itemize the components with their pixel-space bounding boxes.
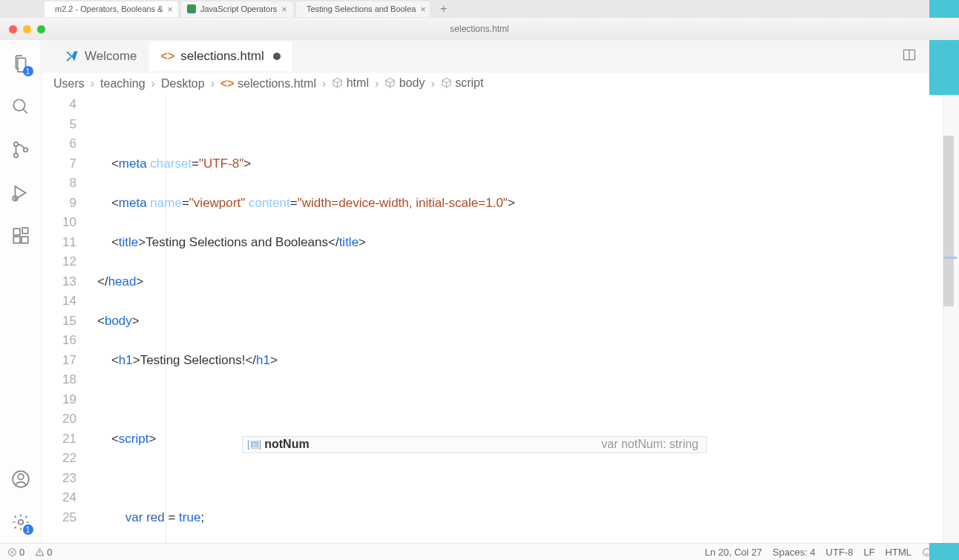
extensions-icon[interactable] bbox=[10, 225, 31, 246]
svg-point-1 bbox=[13, 142, 17, 146]
source-control-icon[interactable] bbox=[10, 139, 31, 160]
variable-icon: [▤] bbox=[247, 435, 261, 455]
line-number: 11 bbox=[42, 233, 76, 253]
close-icon[interactable]: × bbox=[168, 4, 174, 15]
explorer-badge: 1 bbox=[23, 66, 33, 76]
line-number: 16 bbox=[42, 331, 76, 351]
search-icon[interactable] bbox=[10, 96, 31, 117]
line-number: 18 bbox=[42, 370, 76, 390]
line-number: 7 bbox=[42, 154, 76, 174]
line-number: 10 bbox=[42, 213, 76, 233]
settings-gear-icon[interactable]: 1 bbox=[10, 512, 31, 533]
line-number-gutter: 45678910111213141516171819202122232425 bbox=[42, 95, 97, 543]
minimap-slider[interactable] bbox=[943, 136, 954, 306]
tab-label: selections.html bbox=[180, 49, 264, 64]
svg-point-11 bbox=[18, 520, 23, 525]
line-number: 21 bbox=[42, 429, 76, 449]
code-editor[interactable]: 45678910111213141516171819202122232425 <… bbox=[42, 95, 959, 543]
svg-point-2 bbox=[13, 154, 17, 157]
svg-rect-5 bbox=[13, 228, 20, 235]
explorer-icon[interactable]: 1 bbox=[10, 53, 31, 74]
window-title: selections.html bbox=[450, 24, 508, 34]
minimize-window-button[interactable] bbox=[23, 25, 31, 33]
activity-bar: 1 1 bbox=[0, 40, 42, 543]
line-number: 20 bbox=[42, 409, 76, 429]
breadcrumb[interactable]: Users› teaching› Desktop› <> selections.… bbox=[42, 73, 959, 95]
new-browser-tab-button[interactable]: + bbox=[433, 2, 454, 16]
browser-tab-label: JavaScript Operators bbox=[200, 4, 277, 13]
editor-tab-bar: Welcome <> selections.html ··· bbox=[42, 40, 959, 73]
browser-tab[interactable]: Testing Selections and Boolea× bbox=[296, 1, 430, 17]
browser-tab-label: Testing Selections and Boolea bbox=[307, 4, 416, 13]
svg-point-0 bbox=[13, 99, 24, 111]
browser-tab-strip: m2.2 - Operators, Booleans &×JavaScript … bbox=[0, 0, 959, 18]
window-chrome: selections.html bbox=[0, 18, 959, 40]
svg-rect-6 bbox=[13, 237, 20, 243]
line-number: 4 bbox=[42, 95, 76, 115]
crumb[interactable]: Users bbox=[53, 77, 85, 90]
suggestion-name: notNum bbox=[264, 435, 309, 455]
line-number: 8 bbox=[42, 174, 76, 194]
line-number: 13 bbox=[42, 272, 76, 292]
line-number: 12 bbox=[42, 252, 76, 272]
maximize-window-button[interactable] bbox=[37, 25, 45, 33]
line-number: 19 bbox=[42, 390, 76, 410]
settings-badge: 1 bbox=[23, 524, 33, 535]
line-number: 25 bbox=[42, 508, 76, 528]
line-number: 24 bbox=[42, 488, 76, 508]
line-number: 6 bbox=[42, 134, 76, 154]
browser-tab-label: m2.2 - Operators, Booleans & bbox=[55, 4, 163, 13]
crumb[interactable]: script bbox=[441, 76, 484, 90]
account-icon[interactable] bbox=[10, 469, 31, 490]
status-bar: 0 0 Ln 20, Col 27 Spaces: 4 UTF-8 LF HTM… bbox=[0, 543, 959, 560]
close-icon[interactable]: × bbox=[281, 4, 287, 15]
svg-rect-8 bbox=[22, 228, 28, 234]
intellisense-suggestion[interactable]: [▤] notNum var notNum: string bbox=[242, 436, 707, 453]
line-number: 5 bbox=[42, 115, 76, 135]
line-number: 22 bbox=[42, 449, 76, 469]
modified-indicator bbox=[273, 53, 281, 60]
code-brackets-icon: <> bbox=[161, 50, 175, 63]
split-editor-icon[interactable] bbox=[902, 47, 917, 65]
status-cursor[interactable]: Ln 20, Col 27 bbox=[704, 547, 762, 558]
status-encoding[interactable]: UTF-8 bbox=[826, 547, 854, 558]
line-number: 15 bbox=[42, 312, 76, 332]
traffic-lights[interactable] bbox=[9, 25, 45, 33]
svg-rect-7 bbox=[22, 237, 28, 243]
code-content[interactable]: <meta charset="UTF-8"> <meta name="viewp… bbox=[97, 95, 943, 543]
line-number: 9 bbox=[42, 194, 76, 214]
status-spaces[interactable]: Spaces: 4 bbox=[773, 547, 816, 558]
minimap[interactable] bbox=[943, 95, 959, 543]
close-window-button[interactable] bbox=[9, 25, 17, 33]
tab-label: Welcome bbox=[85, 49, 137, 64]
line-number: 17 bbox=[42, 351, 76, 371]
svg-point-3 bbox=[23, 148, 27, 151]
line-number: 23 bbox=[42, 469, 76, 489]
status-warnings[interactable]: 0 bbox=[35, 547, 52, 558]
suggestion-detail: var notNum: string bbox=[601, 435, 698, 455]
close-icon[interactable]: × bbox=[420, 4, 426, 15]
svg-point-10 bbox=[18, 474, 24, 480]
crumb[interactable]: teaching bbox=[100, 77, 145, 90]
favicon bbox=[187, 4, 196, 13]
line-number: 14 bbox=[42, 291, 76, 312]
crumb[interactable]: html bbox=[332, 76, 369, 90]
tab-selections-html[interactable]: <> selections.html bbox=[149, 42, 292, 71]
status-eol[interactable]: LF bbox=[863, 547, 874, 558]
crumb[interactable]: body bbox=[384, 76, 425, 90]
crumb[interactable]: Desktop bbox=[161, 77, 205, 90]
status-errors[interactable]: 0 bbox=[7, 547, 24, 558]
browser-tab[interactable]: JavaScript Operators× bbox=[181, 1, 293, 17]
crumb[interactable]: <> selections.html bbox=[220, 77, 316, 90]
run-debug-icon[interactable] bbox=[10, 182, 31, 203]
tab-welcome[interactable]: Welcome bbox=[53, 42, 149, 71]
status-language[interactable]: HTML bbox=[886, 547, 911, 558]
browser-tab[interactable]: m2.2 - Operators, Booleans &× bbox=[45, 1, 178, 17]
